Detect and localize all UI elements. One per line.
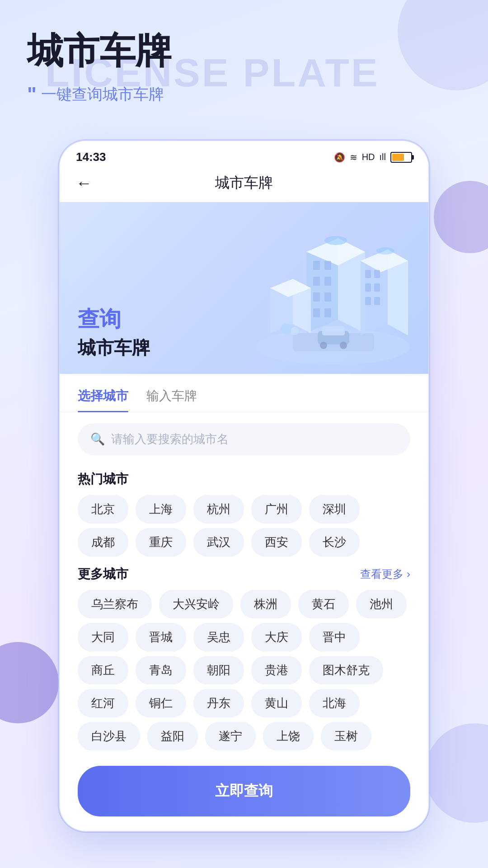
city-tag-yiyang[interactable]: 益阳 [147,722,198,750]
svg-point-31 [281,323,291,334]
tab-select-city[interactable]: 选择城市 [78,387,128,412]
query-button[interactable]: 立即查询 [78,766,410,816]
city-tag-changsha[interactable]: 长沙 [309,528,360,557]
city-tag-shangrao[interactable]: 上饶 [263,722,314,750]
city-tag-jinzhong[interactable]: 晋中 [309,623,360,651]
tab-enter-plate[interactable]: 输入车牌 [146,387,197,412]
city-tag-chongqing[interactable]: 重庆 [136,528,186,557]
subtitle-row: " 一键查询城市车牌 [27,84,172,105]
subtitle-text: 一键查询城市车牌 [41,84,164,105]
svg-point-4 [320,342,327,349]
status-icons: 🔕 ≋ HD ıll [334,152,412,163]
hero-subtitle: 城市车牌 [78,335,150,360]
nav-title: 城市车牌 [92,173,396,193]
svg-rect-25 [374,297,380,305]
more-cities-header: 更多城市 查看更多 › [60,561,428,590]
city-tag-datong[interactable]: 大同 [78,623,128,651]
hot-cities-row-1: 北京 上海 杭州 广州 深圳 [60,495,428,524]
svg-point-5 [340,342,347,349]
svg-rect-21 [374,270,380,278]
svg-rect-22 [365,283,371,292]
nav-bar: ← 城市车牌 [60,169,428,202]
svg-point-29 [324,236,347,245]
svg-point-32 [291,327,299,335]
phone-mockup: 14:33 🔕 ≋ HD ıll ← 城市车牌 查询 城市车牌 [59,140,429,832]
hero-text-block: 查询 城市车牌 [78,305,150,360]
city-illustration [248,216,419,369]
city-tag-beihai[interactable]: 北海 [309,689,360,717]
city-tag-yushu[interactable]: 玉树 [321,722,371,750]
svg-rect-3 [322,326,345,335]
quote-icon: " [27,85,37,104]
city-tag-honghe[interactable]: 红河 [78,689,128,717]
svg-rect-23 [374,283,380,292]
more-cities-title: 更多城市 [78,566,128,583]
bottom-btn-area: 立即查询 [60,755,428,832]
city-tag-qingdao[interactable]: 青岛 [136,656,186,684]
bg-circle-top-right [398,0,488,90]
more-cities-row-1: 乌兰察布 大兴安岭 株洲 黄石 池州 [60,590,428,618]
page-header: LICENSE PLATE 城市车牌 " 一键查询城市车牌 [27,27,172,105]
city-tag-zhuzhou[interactable]: 株洲 [240,590,291,618]
city-tag-beijing[interactable]: 北京 [78,495,128,524]
wifi-icon: ≋ [350,152,357,163]
search-bar[interactable]: 🔍 请输入要搜索的城市名 [78,423,410,455]
city-tag-chaoyang[interactable]: 朝阳 [193,656,244,684]
city-tag-daqing[interactable]: 大庆 [251,623,302,651]
svg-rect-13 [313,292,320,302]
city-tag-suining[interactable]: 遂宁 [205,722,256,750]
hot-cities-title: 热门城市 [78,471,128,488]
city-tag-guangzhou[interactable]: 广州 [251,495,302,524]
city-tag-shanghai[interactable]: 上海 [136,495,186,524]
svg-rect-20 [365,270,371,278]
bg-circle-bottom-right [425,723,488,823]
city-tag-hangzhou[interactable]: 杭州 [193,495,244,524]
bg-circle-right-mid [434,181,488,253]
city-tag-tongren[interactable]: 铜仁 [136,689,186,717]
back-button[interactable]: ← [76,174,92,193]
battery-icon [390,152,412,163]
city-tag-shenzhen[interactable]: 深圳 [309,495,360,524]
more-cities-link[interactable]: 查看更多 › [360,567,410,581]
city-tag-wuhan[interactable]: 武汉 [193,528,244,557]
more-cities-row-3: 商丘 青岛 朝阳 贵港 图木舒克 [60,656,428,684]
city-tag-guigang[interactable]: 贵港 [251,656,302,684]
city-tag-huangshi[interactable]: 黄石 [298,590,349,618]
svg-rect-16 [324,308,331,317]
svg-rect-12 [324,277,331,286]
city-tag-chengdu[interactable]: 成都 [78,528,128,557]
svg-rect-24 [365,297,371,305]
search-placeholder-text: 请输入要搜索的城市名 [111,431,229,447]
bg-circle-left-low [0,642,59,723]
silent-icon: 🔕 [334,152,345,163]
svg-rect-9 [313,261,320,270]
main-title: 城市车牌 [27,27,172,76]
content-area: 选择城市 输入车牌 🔍 请输入要搜索的城市名 热门城市 北京 上海 杭州 广州 … [60,374,428,832]
city-tag-jincheng[interactable]: 晋城 [136,623,186,651]
city-tag-baishaian[interactable]: 白沙县 [78,722,140,750]
more-cities-row-5: 白沙县 益阳 遂宁 上饶 玉树 [60,722,428,750]
city-tag-huangshan[interactable]: 黄山 [251,689,302,717]
city-tag-shangqiu[interactable]: 商丘 [78,656,128,684]
more-cities-row-2: 大同 晋城 吴忠 大庆 晋中 [60,623,428,651]
city-tag-dandong[interactable]: 丹东 [193,689,244,717]
hot-cities-header: 热门城市 [60,466,428,495]
hero-section: 查询 城市车牌 [60,202,428,374]
svg-rect-10 [324,261,331,270]
hd-label: HD [362,152,375,162]
status-time: 14:33 [76,150,106,164]
city-tag-tumushuke[interactable]: 图木舒克 [309,656,383,684]
city-tag-wuzhong[interactable]: 吴忠 [193,623,244,651]
status-bar: 14:33 🔕 ≋ HD ıll [60,141,428,169]
city-tag-daxinganling[interactable]: 大兴安岭 [159,590,233,618]
tabs-row: 选择城市 输入车牌 [60,374,428,412]
city-tag-chizhou[interactable]: 池州 [356,590,407,618]
svg-rect-15 [313,308,320,317]
hero-query-label: 查询 [78,305,150,334]
city-tag-wulanchabu[interactable]: 乌兰察布 [78,590,152,618]
more-cities-row-4: 红河 铜仁 丹东 黄山 北海 [60,689,428,717]
svg-rect-11 [313,277,320,286]
city-tag-xian[interactable]: 西安 [251,528,302,557]
hot-cities-row-2: 成都 重庆 武汉 西安 长沙 [60,528,428,557]
search-icon: 🔍 [90,432,105,446]
